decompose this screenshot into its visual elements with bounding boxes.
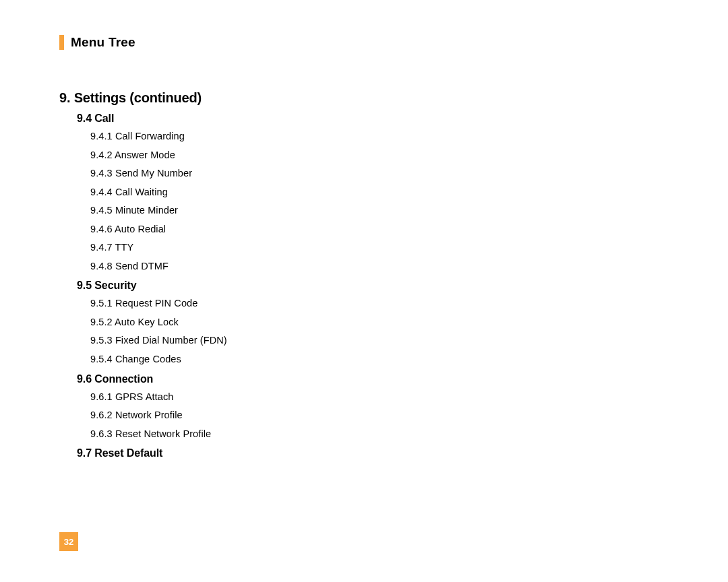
page-number: 32 bbox=[59, 532, 78, 551]
subsection-reset-default: 9.7 Reset Default bbox=[77, 447, 669, 459]
subsection-call: 9.4 Call 9.4.1 Call Forwarding 9.4.2 Ans… bbox=[77, 112, 669, 276]
list-item: 9.5.3 Fixed Dial Number (FDN) bbox=[90, 331, 669, 350]
subsection-title: 9.4 Call bbox=[77, 112, 669, 125]
list-item: 9.4.1 Call Forwarding bbox=[90, 127, 669, 146]
page-title: Menu Tree bbox=[71, 35, 135, 50]
page: Menu Tree 9. Settings (continued) 9.4 Ca… bbox=[0, 0, 728, 582]
list-item: 9.4.8 Send DTMF bbox=[90, 257, 669, 276]
list-item: 9.5.1 Request PIN Code bbox=[90, 294, 669, 313]
subsection-title: 9.6 Connection bbox=[77, 373, 669, 385]
subsection-connection: 9.6 Connection 9.6.1 GPRS Attach 9.6.2 N… bbox=[77, 373, 669, 444]
list-item: 9.4.3 Send My Number bbox=[90, 164, 669, 183]
subsection-items: 9.6.1 GPRS Attach 9.6.2 Network Profile … bbox=[90, 388, 669, 444]
list-item: 9.4.7 TTY bbox=[90, 238, 669, 257]
list-item: 9.5.4 Change Codes bbox=[90, 350, 669, 369]
list-item: 9.4.4 Call Waiting bbox=[90, 183, 669, 202]
list-item: 9.6.2 Network Profile bbox=[90, 406, 669, 425]
list-item: 9.6.3 Reset Network Profile bbox=[90, 425, 669, 444]
subsection-items: 9.4.1 Call Forwarding 9.4.2 Answer Mode … bbox=[90, 127, 669, 276]
page-header: Menu Tree bbox=[59, 35, 669, 50]
list-item: 9.4.6 Auto Redial bbox=[90, 220, 669, 239]
subsection-title: 9.5 Security bbox=[77, 280, 669, 292]
section-title: 9. Settings (continued) bbox=[59, 90, 669, 106]
subsection-security: 9.5 Security 9.5.1 Request PIN Code 9.5.… bbox=[77, 280, 669, 368]
subsection-title: 9.7 Reset Default bbox=[77, 447, 669, 459]
list-item: 9.5.2 Auto Key Lock bbox=[90, 313, 669, 332]
header-accent-bar bbox=[59, 35, 64, 50]
list-item: 9.4.5 Minute Minder bbox=[90, 201, 669, 220]
subsection-items: 9.5.1 Request PIN Code 9.5.2 Auto Key Lo… bbox=[90, 294, 669, 368]
list-item: 9.6.1 GPRS Attach bbox=[90, 388, 669, 407]
list-item: 9.4.2 Answer Mode bbox=[90, 146, 669, 165]
